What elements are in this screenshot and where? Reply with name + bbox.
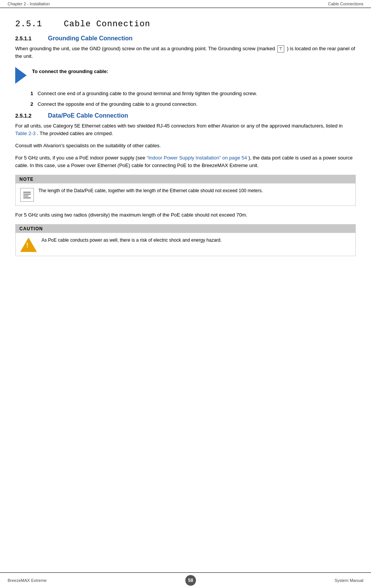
page-header: Chapter 2 - Installation Cable Connectio… [0, 0, 371, 8]
subsection-header-grounding: 2.5.1.1 Grounding Cable Connection [15, 35, 356, 42]
subsection-num-2: 2.5.1.2 [15, 113, 42, 119]
step-2: 2 Connect the opposite end of the ground… [30, 100, 356, 108]
subsection-num-1: 2.5.1.1 [15, 35, 42, 41]
note-line-2 [23, 194, 31, 194]
note-icon [20, 188, 34, 202]
tip-label: To connect the grounding cable: [32, 66, 108, 74]
page-number: 58 [185, 575, 196, 586]
indoor-power-link[interactable]: “Indoor Power Supply Installation” on pa… [146, 155, 247, 161]
poe-body-text-3: For 5 GHz units, if you use a PoE indoor… [15, 154, 356, 169]
footer-right: System Manual [334, 578, 363, 583]
caution-header: CAUTION [16, 225, 355, 233]
note-header: NOTE [16, 175, 355, 183]
header-left: Chapter 2 - Installation [8, 2, 50, 6]
note-text: The length of the Data/PoE cable, togeth… [38, 187, 263, 194]
caution-text: As PoE cable conducts power as well, the… [41, 237, 222, 244]
note-line-3 [23, 196, 29, 196]
poe-body-text-4: For 5 GHz units using two radios (divers… [15, 211, 356, 219]
section-title: 2.5.1 Cable Connection [15, 19, 356, 29]
caution-content: As PoE cable conducts power as well, the… [16, 233, 355, 256]
main-content: 2.5.1 Cable Connection 2.5.1.1 Grounding… [0, 8, 371, 284]
footer-left: BreezeMAX Extreme [8, 578, 47, 583]
note-icon-lines [23, 192, 31, 198]
header-right: Cable Connections [328, 2, 363, 6]
note-content: The length of the Data/PoE cable, togeth… [16, 183, 355, 206]
grounding-body-text: When grounding the unit, use the GND (gr… [15, 45, 356, 60]
grounding-steps-list: 1 Connect one end of a grounding cable t… [30, 90, 356, 108]
page-footer: BreezeMAX Extreme 58 System Manual [0, 572, 371, 588]
note-line-4 [23, 198, 31, 198]
table-2-3-link[interactable]: Table 2-3 [15, 131, 35, 136]
tip-arrow-icon [15, 67, 27, 84]
subsection-title-1: Grounding Cable Connection [48, 35, 132, 42]
ground-symbol-icon: ⊤ [277, 45, 284, 53]
poe-body-text-2: Consult with Alvarion's specialists on t… [15, 142, 356, 150]
poe-body-text-1: For all units, use Category 5E Ethernet … [15, 122, 356, 137]
subsection-title-2: Data/PoE Cable Connection [48, 112, 128, 119]
warning-triangle-icon [20, 237, 37, 252]
step-1: 1 Connect one end of a grounding cable t… [30, 90, 356, 97]
note-line-1 [23, 192, 31, 193]
subsection-header-poe: 2.5.1.2 Data/PoE Cable Connection [15, 112, 356, 119]
note-box: NOTE The length of the Data/PoE cable, t… [15, 175, 356, 206]
caution-box: CAUTION As PoE cable conducts power as w… [15, 224, 356, 256]
tip-box: To connect the grounding cable: [15, 66, 356, 84]
